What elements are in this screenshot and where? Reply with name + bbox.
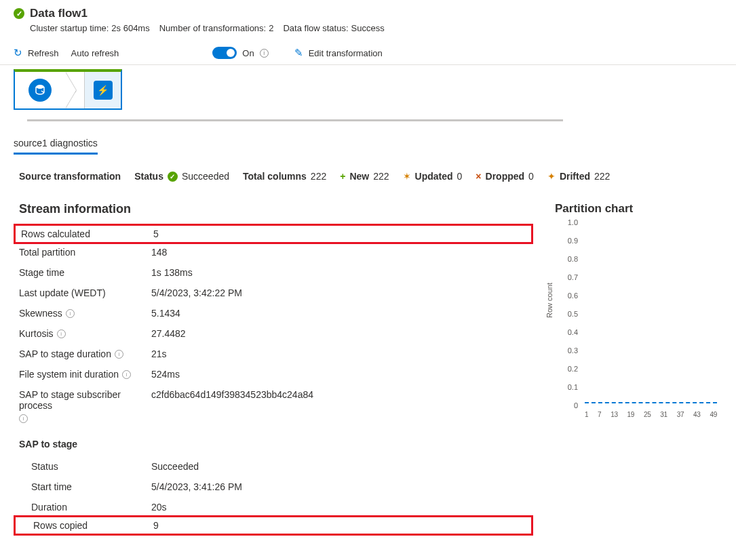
fs-init-value: 524ms <box>151 369 528 380</box>
transformations-value: 2 <box>269 23 273 33</box>
chart-x-tick: 13 <box>611 411 618 418</box>
sap-subscriber-value: c2fd6bac64d149f39834523bb4c24a84 <box>151 389 528 423</box>
chart-y-tick: 0.8 <box>568 255 578 263</box>
sap-stage-duration-value: 21s <box>151 348 528 359</box>
rows-copied-value: 9 <box>153 520 526 531</box>
updated-label: Updated <box>415 171 453 182</box>
updated-icon: ✶ <box>403 171 411 182</box>
chart-x-tick: 43 <box>693 411 701 418</box>
info-icon[interactable]: i <box>260 49 269 58</box>
partition-chart: Row count 1.00.90.80.70.60.50.40.30.20.1… <box>555 222 718 419</box>
last-update-label: Last update (WEDT) <box>19 287 106 298</box>
edit-transformation-button[interactable]: ✎ Edit transformation <box>294 47 383 59</box>
total-partition-value: 148 <box>151 247 528 258</box>
sap-subscriber-label: SAP to stage subscriber process <box>19 389 151 411</box>
source-transformation-label: Source transformation <box>19 171 121 182</box>
auto-refresh-toggle[interactable] <box>212 47 237 59</box>
info-icon[interactable]: i <box>57 329 66 338</box>
skewness-label: Skewness <box>19 308 62 319</box>
cluster-startup-value: 2s 604ms <box>111 23 149 33</box>
chart-y-tick: 0.4 <box>568 328 578 336</box>
refresh-label: Refresh <box>28 48 59 58</box>
sub-status-label: Status <box>31 461 58 472</box>
info-icon[interactable]: i <box>115 350 123 359</box>
drifted-icon: ✦ <box>547 171 556 182</box>
cluster-startup-label: Cluster startup time: <box>30 23 109 33</box>
lightning-icon: ⚡ <box>94 81 113 100</box>
chart-y-tick: 0.1 <box>568 383 578 391</box>
sub-duration-value: 20s <box>151 502 528 513</box>
stream-info-title: Stream information <box>19 202 528 216</box>
kurtosis-value: 27.4482 <box>151 328 528 339</box>
last-update-value: 5/4/2023, 3:42:22 PM <box>151 287 528 298</box>
database-icon <box>28 79 52 102</box>
chart-y-tick: 0.7 <box>568 273 578 281</box>
chart-x-tick: 7 <box>598 411 601 418</box>
chart-y-tick: 0.2 <box>568 365 578 373</box>
total-partition-label: Total partition <box>19 247 75 258</box>
rows-calculated-value: 5 <box>153 228 526 239</box>
toggle-state-label: On <box>242 48 254 58</box>
rows-copied-row: Rows copied 9 <box>14 515 533 536</box>
new-label: New <box>349 171 369 182</box>
flow-diagram: › ⚡ <box>0 65 736 128</box>
info-icon[interactable]: i <box>19 414 28 423</box>
flow-source-node[interactable] <box>15 72 65 108</box>
new-value: 222 <box>373 171 389 182</box>
sub-status-value: Succeeded <box>151 461 528 472</box>
sap-to-stage-title: SAP to stage <box>19 439 528 449</box>
rows-calculated-label: Rows calculated <box>21 228 90 239</box>
chart-y-tick: 0.9 <box>568 237 578 245</box>
drifted-value: 222 <box>594 171 610 182</box>
pencil-icon: ✎ <box>294 47 303 59</box>
stage-time-value: 1s 138ms <box>151 267 528 278</box>
rows-calculated-row: Rows calculated 5 <box>14 224 533 244</box>
chart-x-tick: 25 <box>644 411 651 418</box>
horizontal-scrollbar[interactable] <box>27 119 563 121</box>
success-badge-icon: ✓ <box>168 172 178 182</box>
sub-start-value: 5/4/2023, 3:41:26 PM <box>151 481 528 492</box>
chart-y-tick: 0 <box>574 401 578 409</box>
chart-x-tick: 49 <box>710 411 717 418</box>
stage-time-label: Stage time <box>19 267 64 278</box>
rows-copied-label: Rows copied <box>33 520 88 531</box>
info-icon[interactable]: i <box>66 309 75 318</box>
edit-transformation-label: Edit transformation <box>309 48 383 58</box>
updated-value: 0 <box>457 171 463 182</box>
partition-chart-title: Partition chart <box>555 202 718 216</box>
dropped-value: 0 <box>528 171 534 182</box>
transformations-label: Number of transformations: <box>159 23 267 33</box>
refresh-button[interactable]: ↻ Refresh <box>14 47 59 59</box>
sub-start-label: Start time <box>31 481 72 492</box>
skewness-value: 5.1434 <box>151 308 528 319</box>
info-icon[interactable]: i <box>122 370 131 379</box>
svg-point-0 <box>36 85 44 89</box>
flow-sink-node[interactable]: ⚡ <box>84 72 121 108</box>
kurtosis-label: Kurtosis <box>19 328 54 339</box>
chart-data-line <box>585 402 717 403</box>
sub-duration-label: Duration <box>31 502 67 513</box>
drifted-label: Drifted <box>560 171 590 182</box>
refresh-icon: ↻ <box>14 47 22 59</box>
total-columns-value: 222 <box>311 171 326 182</box>
chart-y-tick: 0.5 <box>568 310 578 318</box>
tab-source1-diagnostics[interactable]: source1 diagnostics <box>14 138 98 155</box>
fs-init-label: File system init duration <box>19 369 119 380</box>
sap-stage-duration-label: SAP to stage duration <box>19 348 111 359</box>
auto-refresh-label: Auto refresh <box>71 48 119 58</box>
total-columns-label: Total columns <box>243 171 307 182</box>
chart-y-tick: 0.3 <box>568 346 578 355</box>
chart-y-tick: 1.0 <box>568 218 578 226</box>
plus-icon: + <box>340 171 345 182</box>
page-title: Data flow1 <box>30 7 88 20</box>
chart-y-label: Row count <box>545 283 554 318</box>
dropped-label: Dropped <box>486 171 525 182</box>
chart-x-tick: 37 <box>677 411 684 418</box>
dropped-icon: × <box>476 171 481 182</box>
status-value: Succeeded <box>182 171 229 182</box>
status-label: Status <box>134 171 163 182</box>
chart-x-tick: 31 <box>660 411 667 418</box>
chart-y-tick: 0.6 <box>568 292 578 300</box>
chart-x-tick: 19 <box>627 411 635 418</box>
dataflow-status-value: Success <box>351 23 385 33</box>
